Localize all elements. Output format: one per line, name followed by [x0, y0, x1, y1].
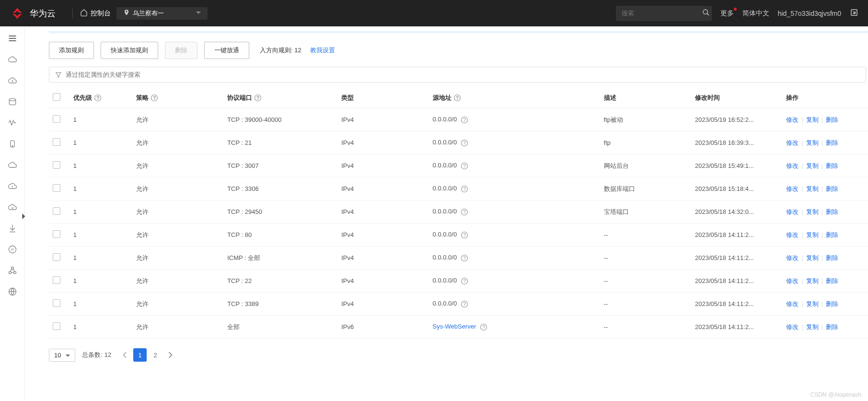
help-setup-link[interactable]: 教我设置 [310, 46, 335, 55]
help-icon[interactable]: ? [461, 208, 468, 216]
edit-link[interactable]: 修改 [786, 208, 799, 215]
quick-add-rule-button[interactable]: 快速添加规则 [101, 42, 158, 59]
col-mtime: 修改时间 [695, 94, 720, 101]
edit-link[interactable]: 修改 [786, 116, 799, 123]
nav-cloud5-icon[interactable] [7, 202, 18, 212]
row-checkbox[interactable] [53, 230, 60, 238]
copy-link[interactable]: 复制 [806, 323, 819, 330]
cell-type: IPv4 [337, 108, 428, 131]
help-icon[interactable]: ? [461, 300, 468, 308]
help-icon[interactable]: ? [461, 277, 468, 285]
search-input[interactable] [622, 10, 702, 17]
delete-link[interactable]: 删除 [826, 254, 838, 261]
svg-point-10 [13, 271, 16, 274]
next-page-button[interactable] [164, 348, 177, 362]
edit-link[interactable]: 修改 [786, 254, 799, 261]
global-search[interactable] [616, 6, 712, 21]
page-size-select[interactable]: 10 [49, 349, 75, 362]
edit-link[interactable]: 修改 [786, 300, 799, 307]
help-icon[interactable]: ? [254, 94, 262, 102]
edit-link[interactable]: 修改 [786, 231, 799, 238]
prev-page-button[interactable] [118, 348, 131, 362]
edit-link[interactable]: 修改 [786, 139, 799, 146]
row-checkbox[interactable] [53, 161, 60, 169]
add-rule-button[interactable]: 添加规则 [49, 42, 94, 59]
nav-wave-icon[interactable] [7, 118, 18, 128]
help-icon[interactable]: ? [461, 162, 468, 170]
help-icon[interactable]: ? [94, 94, 102, 102]
copy-link[interactable]: 复制 [806, 185, 819, 192]
nav-globe-icon[interactable] [7, 286, 18, 297]
svg-text:?: ? [463, 209, 466, 214]
copy-link[interactable]: 复制 [806, 254, 819, 261]
row-checkbox[interactable] [53, 184, 60, 192]
nav-cloud4-icon[interactable] [7, 181, 18, 191]
row-checkbox[interactable] [53, 138, 60, 146]
delete-link[interactable]: 删除 [826, 231, 838, 238]
language-switch[interactable]: 简体中文 [742, 9, 769, 18]
delete-link[interactable]: 删除 [826, 277, 838, 284]
pager-total: 总条数: 12 [82, 351, 111, 359]
layout: IP 添加规则 快速添加规则 删除 一键放通 入方向规则: 12 教我设置 优先… [0, 26, 868, 401]
row-checkbox[interactable] [53, 322, 60, 330]
edit-link[interactable]: 修改 [786, 162, 799, 169]
select-all-checkbox[interactable] [53, 93, 60, 101]
menu-icon[interactable] [7, 33, 18, 44]
nav-server-icon[interactable] [7, 96, 18, 107]
delete-link[interactable]: 删除 [826, 116, 838, 123]
edit-link[interactable]: 修改 [786, 185, 799, 192]
copy-link[interactable]: 复制 [806, 116, 819, 123]
copy-link[interactable]: 复制 [806, 277, 819, 284]
filter-bar[interactable] [49, 67, 866, 83]
copy-link[interactable]: 复制 [806, 139, 819, 146]
row-checkbox[interactable] [53, 207, 60, 215]
nav-cloud-icon[interactable] [7, 54, 18, 65]
source-link[interactable]: Sys-WebServer [433, 323, 476, 330]
help-icon[interactable]: ? [453, 94, 461, 102]
help-icon[interactable]: ? [480, 323, 487, 331]
console-link[interactable]: 控制台 [80, 9, 111, 18]
nav-ip-icon[interactable]: IP [7, 244, 18, 255]
row-checkbox[interactable] [53, 115, 60, 123]
copy-link[interactable]: 复制 [806, 300, 819, 307]
delete-link[interactable]: 删除 [826, 208, 838, 215]
help-icon[interactable]: ? [150, 94, 158, 102]
edit-link[interactable]: 修改 [786, 277, 799, 284]
edit-link[interactable]: 修改 [786, 323, 799, 330]
delete-link[interactable]: 删除 [826, 300, 838, 307]
row-checkbox[interactable] [53, 253, 60, 261]
row-checkbox[interactable] [53, 276, 60, 284]
search-icon[interactable] [702, 9, 710, 18]
delete-link[interactable]: 删除 [826, 323, 838, 330]
region-selector[interactable]: 乌兰察布一 [116, 7, 208, 20]
cell-protocol: TCP : 3389 [223, 293, 337, 316]
user-id[interactable]: hid_57o33id3qjvsfm0 [778, 10, 841, 17]
page-2-button[interactable]: 2 [149, 348, 162, 362]
help-icon[interactable]: ? [461, 185, 468, 193]
nav-arrow-icon[interactable] [7, 223, 18, 234]
more-link[interactable]: 更多 [720, 9, 734, 18]
help-icon[interactable]: ? [461, 139, 468, 147]
chevron-right-icon[interactable] [22, 213, 26, 221]
delete-link[interactable]: 删除 [826, 139, 838, 146]
page-1-button[interactable]: 1 [133, 348, 147, 362]
open-all-button[interactable]: 一键放通 [204, 42, 249, 59]
cell-source: Sys-WebServer ? [429, 316, 600, 339]
copy-link[interactable]: 复制 [806, 231, 819, 238]
nav-nodes-icon[interactable] [7, 265, 18, 276]
help-icon[interactable]: ? [461, 231, 468, 239]
copy-link[interactable]: 复制 [806, 162, 819, 169]
cell-protocol: TCP : 80 [223, 224, 337, 247]
cell-protocol: ICMP : 全部 [223, 247, 337, 270]
nav-device-icon[interactable] [7, 139, 18, 149]
delete-link[interactable]: 删除 [826, 185, 838, 192]
delete-link[interactable]: 删除 [826, 162, 838, 169]
external-icon[interactable] [850, 8, 858, 18]
help-icon[interactable]: ? [461, 254, 468, 262]
row-checkbox[interactable] [53, 299, 60, 307]
nav-cloud2-icon[interactable] [7, 75, 18, 86]
copy-link[interactable]: 复制 [806, 208, 819, 215]
filter-input[interactable] [66, 71, 860, 78]
help-icon[interactable]: ? [461, 116, 468, 124]
nav-cloud3-icon[interactable] [7, 160, 18, 170]
